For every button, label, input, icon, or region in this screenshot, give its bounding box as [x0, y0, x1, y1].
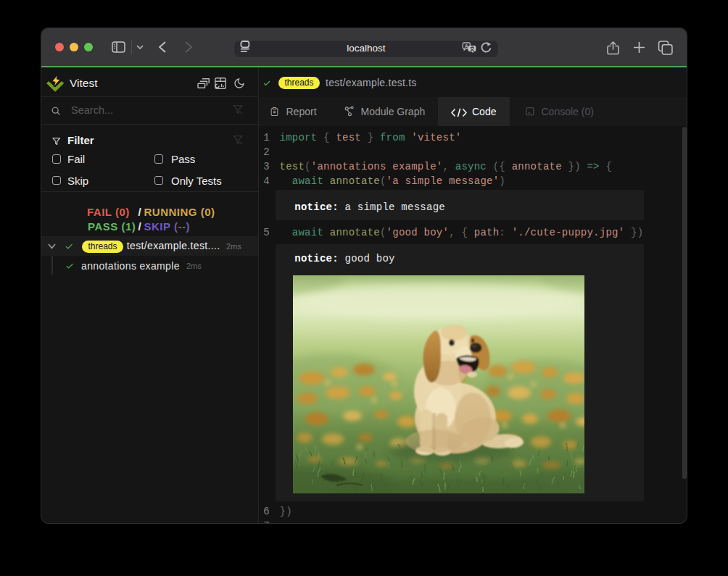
svg-text:A: A	[465, 43, 468, 48]
